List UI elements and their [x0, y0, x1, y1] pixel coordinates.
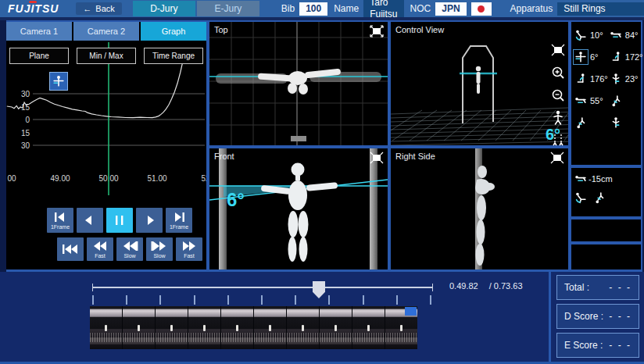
- top-view-canvas: [209, 22, 388, 145]
- angle-measurement-item[interactable]: [608, 91, 643, 110]
- empty-measurement-panel: [571, 244, 641, 269]
- flag-circle: [478, 5, 485, 12]
- back-button[interactable]: ← Back: [76, 2, 121, 15]
- playback-controls-primary: 1Frame1Frame: [47, 208, 192, 233]
- camera-graph-tabs: Camera 1Camera 2Graph: [6, 22, 206, 41]
- angle-measurement-item[interactable]: 176°: [573, 70, 608, 88]
- step-forward-button[interactable]: 1Frame: [166, 208, 192, 233]
- timeline-tick: [396, 295, 398, 305]
- forward-fast-icon: [180, 240, 199, 252]
- step-back-button[interactable]: 1Frame: [47, 208, 73, 233]
- pose-icon: [573, 71, 589, 87]
- angle-measurement-item[interactable]: 172°: [608, 48, 643, 66]
- field-noc: NOCJPN: [410, 2, 492, 16]
- djury-app: FUJITSU ← Back D-JuryE-Jury Bib100NameTa…: [0, 0, 644, 364]
- panel-title: Top: [214, 25, 228, 34]
- expand-icon[interactable]: [370, 152, 384, 164]
- panel-title: Front: [214, 152, 234, 161]
- pose-icon: [573, 49, 589, 65]
- video-thumbnail[interactable]: [287, 306, 319, 349]
- angle-value: 10°: [590, 30, 603, 40]
- field-label: Bib: [281, 3, 295, 14]
- playback-button-label: 1Frame: [170, 224, 188, 230]
- forward-fast-button[interactable]: Fast: [176, 237, 202, 261]
- score-box-total: Total :- - -: [556, 275, 639, 300]
- timeline-track[interactable]: [92, 287, 433, 288]
- video-thumbnail[interactable]: [188, 306, 220, 349]
- video-thumbnail[interactable]: [320, 306, 352, 349]
- rewind-fast-button[interactable]: Fast: [87, 237, 113, 261]
- playback-button-label: 1Frame: [51, 224, 70, 230]
- video-thumbnail[interactable]: [221, 306, 253, 349]
- empty-measurement-panel: [571, 219, 641, 241]
- timeline-tick: [227, 295, 229, 305]
- pose-icon: [573, 190, 589, 205]
- zoom-out-icon[interactable]: [550, 87, 566, 103]
- video-thumbnail[interactable]: [352, 306, 385, 349]
- jury-tab-ejury[interactable]: E-Jury: [197, 1, 259, 16]
- angle-measurement-item[interactable]: 55°: [573, 91, 608, 110]
- forward-slow-icon: [150, 240, 169, 252]
- tab-camera-2[interactable]: Camera 2: [73, 22, 139, 41]
- pose-icon: [573, 93, 589, 109]
- angle-measurement-item[interactable]: [608, 113, 643, 132]
- forward-slow-button[interactable]: Slow: [146, 237, 173, 261]
- total-time: / 0.73.63: [489, 281, 523, 291]
- svg-text:51.00: 51.00: [147, 174, 166, 183]
- timeline-tick: [430, 295, 431, 305]
- expand-icon[interactable]: [370, 25, 384, 37]
- angle-value: 172°: [625, 52, 643, 62]
- play-back-button[interactable]: [77, 208, 103, 233]
- pause-button[interactable]: [106, 208, 133, 233]
- pose-icon: [573, 171, 589, 187]
- control-view-canvas: [391, 22, 568, 145]
- video-thumbnail[interactable]: [123, 306, 155, 349]
- jury-tab-djury[interactable]: D-Jury: [133, 1, 195, 16]
- control-angle-value: 6°: [546, 126, 560, 144]
- play-back-icon: [80, 214, 99, 227]
- deduction-item[interactable]: [573, 190, 592, 205]
- deduction-item[interactable]: [592, 190, 610, 205]
- field-value-apparatus: Still Rings: [557, 2, 644, 16]
- right-side-view-panel: Right Side: [391, 148, 568, 269]
- playback-button-label: Fast: [95, 253, 106, 259]
- fujitsu-logo: FUJITSU: [8, 2, 59, 15]
- jump-start-button[interactable]: [57, 237, 84, 261]
- video-thumbnail[interactable]: [90, 306, 122, 349]
- angle-measurement-item[interactable]: 6°: [573, 48, 608, 66]
- cross-pose-icon[interactable]: [49, 72, 68, 91]
- field-apparatus: ApparatusStill Rings: [510, 2, 644, 16]
- playback-controls-speed: FastSlowSlowFast: [57, 237, 202, 261]
- angle-measurement-item[interactable]: [573, 113, 608, 132]
- tool-time-range[interactable]: Time Range: [144, 48, 203, 64]
- top-bar: FUJITSU ← Back D-JuryE-Jury Bib100NameTa…: [0, 0, 644, 17]
- video-thumbnail[interactable]: [156, 306, 188, 349]
- pose-icon: [608, 71, 624, 87]
- tool-min-max[interactable]: Min / Max: [77, 48, 136, 64]
- play-button[interactable]: [136, 208, 163, 233]
- angle-measurement-item[interactable]: 10°: [573, 26, 608, 45]
- field-bib: Bib100: [281, 2, 327, 16]
- rewind-slow-button[interactable]: Slow: [116, 237, 143, 261]
- angle-measurement-item[interactable]: 23°: [608, 70, 643, 88]
- tab-graph[interactable]: Graph: [141, 22, 206, 41]
- expand-icon[interactable]: [550, 152, 564, 164]
- timeline-tick: [295, 295, 296, 305]
- zoom-in-icon[interactable]: [550, 65, 566, 80]
- expand-icon[interactable]: [550, 42, 566, 58]
- pose-icon: [573, 115, 589, 130]
- filmstrip: [90, 306, 417, 349]
- panel-title: Control View: [395, 25, 444, 34]
- video-thumbnail[interactable]: [385, 306, 417, 349]
- timeline-tick: [194, 295, 195, 305]
- deduction-item[interactable]: -15cm: [573, 171, 621, 187]
- figure-icon[interactable]: [550, 110, 566, 126]
- tab-camera-1[interactable]: Camera 1: [6, 22, 72, 41]
- timeline-tick: [92, 295, 94, 305]
- angle-measurement-item[interactable]: 84°: [608, 26, 643, 45]
- video-thumbnail[interactable]: [254, 306, 286, 349]
- svg-text:0: 0: [25, 116, 30, 124]
- tool-plane[interactable]: Plane: [9, 48, 69, 64]
- angle-value: 176°: [590, 74, 608, 84]
- field-value-bib: 100: [299, 2, 327, 16]
